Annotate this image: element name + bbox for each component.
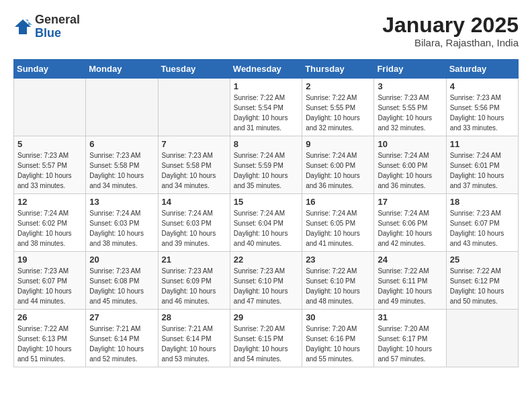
day-info: Sunrise: 7:24 AMSunset: 6:04 PMDaylight:… [234,208,298,248]
day-number: 17 [378,197,442,207]
calendar-day-cell: 29Sunrise: 7:20 AMSunset: 6:15 PMDayligh… [230,310,302,367]
day-number: 10 [378,139,442,149]
day-info: Sunrise: 7:20 AMSunset: 6:17 PMDaylight:… [378,324,442,364]
weekday-header-tuesday: Tuesday [158,60,230,79]
day-number: 5 [17,139,82,149]
calendar-day-cell: 30Sunrise: 7:20 AMSunset: 6:16 PMDayligh… [302,310,374,367]
calendar-day-cell: 3Sunrise: 7:23 AMSunset: 5:55 PMDaylight… [374,79,446,136]
logo-general-text: General [35,13,80,27]
weekday-header-monday: Monday [86,60,158,79]
calendar-day-cell: 28Sunrise: 7:21 AMSunset: 6:14 PMDayligh… [158,310,230,367]
day-number: 8 [234,139,298,149]
calendar-day-cell: 1Sunrise: 7:22 AMSunset: 5:54 PMDaylight… [230,79,302,136]
day-number: 15 [234,197,298,207]
day-number: 30 [306,312,370,322]
day-info: Sunrise: 7:24 AMSunset: 6:03 PMDaylight:… [162,208,226,248]
calendar-week-row: 5Sunrise: 7:23 AMSunset: 5:57 PMDaylight… [14,136,519,194]
day-number: 24 [378,255,442,265]
day-info: Sunrise: 7:23 AMSunset: 5:58 PMDaylight:… [89,150,154,191]
day-number: 2 [306,81,370,91]
day-number: 27 [89,312,154,322]
calendar-header-row: SundayMondayTuesdayWednesdayThursdayFrid… [14,60,519,79]
weekday-header-thursday: Thursday [302,60,374,79]
calendar-day-cell: 31Sunrise: 7:20 AMSunset: 6:17 PMDayligh… [374,310,446,367]
calendar-table: SundayMondayTuesdayWednesdayThursdayFrid… [13,59,519,367]
day-info: Sunrise: 7:22 AMSunset: 6:10 PMDaylight:… [306,266,370,306]
day-info: Sunrise: 7:23 AMSunset: 6:10 PMDaylight:… [234,266,298,306]
day-number: 29 [234,312,298,322]
calendar-day-cell: 8Sunrise: 7:24 AMSunset: 5:59 PMDaylight… [230,136,302,194]
calendar-empty-cell [158,79,230,136]
weekday-header-friday: Friday [374,60,446,79]
day-info: Sunrise: 7:22 AMSunset: 6:11 PMDaylight:… [378,266,442,306]
calendar-day-cell: 12Sunrise: 7:24 AMSunset: 6:02 PMDayligh… [14,194,86,252]
calendar-day-cell: 25Sunrise: 7:22 AMSunset: 6:12 PMDayligh… [446,252,518,310]
calendar-day-cell: 10Sunrise: 7:24 AMSunset: 6:00 PMDayligh… [374,136,446,194]
calendar-day-cell: 16Sunrise: 7:24 AMSunset: 6:05 PMDayligh… [302,194,374,252]
weekday-header-saturday: Saturday [446,60,518,79]
calendar-empty-cell [14,79,86,136]
day-info: Sunrise: 7:24 AMSunset: 6:02 PMDaylight:… [17,208,82,248]
day-number: 6 [89,139,154,149]
day-info: Sunrise: 7:24 AMSunset: 6:06 PMDaylight:… [378,208,442,248]
day-number: 22 [234,255,298,265]
day-info: Sunrise: 7:24 AMSunset: 6:00 PMDaylight:… [306,150,370,191]
calendar-day-cell: 4Sunrise: 7:23 AMSunset: 5:56 PMDaylight… [446,79,518,136]
day-info: Sunrise: 7:22 AMSunset: 5:54 PMDaylight:… [234,93,298,133]
day-number: 14 [162,197,226,207]
day-number: 9 [306,139,370,149]
day-number: 16 [306,197,370,207]
day-info: Sunrise: 7:20 AMSunset: 6:15 PMDaylight:… [234,324,298,364]
calendar-day-cell: 22Sunrise: 7:23 AMSunset: 6:10 PMDayligh… [230,252,302,310]
day-number: 31 [378,312,442,322]
logo-blue-text: Blue [35,27,80,40]
day-number: 18 [450,197,515,207]
calendar-day-cell: 14Sunrise: 7:24 AMSunset: 6:03 PMDayligh… [158,194,230,252]
day-info: Sunrise: 7:23 AMSunset: 6:08 PMDaylight:… [89,266,154,306]
day-info: Sunrise: 7:24 AMSunset: 6:00 PMDaylight:… [378,150,442,191]
day-number: 21 [162,255,226,265]
svg-marker-0 [15,19,31,34]
weekday-header-wednesday: Wednesday [230,60,302,79]
day-info: Sunrise: 7:23 AMSunset: 6:07 PMDaylight:… [450,208,515,248]
calendar-day-cell: 20Sunrise: 7:23 AMSunset: 6:08 PMDayligh… [86,252,158,310]
day-number: 3 [378,81,442,91]
day-info: Sunrise: 7:23 AMSunset: 5:58 PMDaylight:… [162,150,226,191]
weekday-header-sunday: Sunday [14,60,86,79]
calendar-week-row: 1Sunrise: 7:22 AMSunset: 5:54 PMDaylight… [14,79,519,136]
day-number: 13 [89,197,154,207]
day-info: Sunrise: 7:22 AMSunset: 5:55 PMDaylight:… [306,93,370,133]
month-title: January 2025 [382,13,519,37]
calendar-day-cell: 27Sunrise: 7:21 AMSunset: 6:14 PMDayligh… [86,310,158,367]
day-info: Sunrise: 7:21 AMSunset: 6:14 PMDaylight:… [162,324,226,364]
day-number: 7 [162,139,226,149]
calendar-day-cell: 23Sunrise: 7:22 AMSunset: 6:10 PMDayligh… [302,252,374,310]
logo-icon [13,17,32,36]
calendar-day-cell: 7Sunrise: 7:23 AMSunset: 5:58 PMDaylight… [158,136,230,194]
page-header: General Blue January 2025 Bilara, Rajast… [13,13,519,48]
calendar-week-row: 19Sunrise: 7:23 AMSunset: 6:07 PMDayligh… [14,252,519,310]
day-info: Sunrise: 7:22 AMSunset: 6:12 PMDaylight:… [450,266,515,306]
day-number: 1 [234,81,298,91]
calendar-day-cell: 2Sunrise: 7:22 AMSunset: 5:55 PMDaylight… [302,79,374,136]
calendar-day-cell: 13Sunrise: 7:24 AMSunset: 6:03 PMDayligh… [86,194,158,252]
calendar-day-cell: 9Sunrise: 7:24 AMSunset: 6:00 PMDaylight… [302,136,374,194]
day-number: 26 [17,312,82,322]
day-number: 23 [306,255,370,265]
day-info: Sunrise: 7:20 AMSunset: 6:16 PMDaylight:… [306,324,370,364]
day-number: 12 [17,197,82,207]
day-info: Sunrise: 7:21 AMSunset: 6:14 PMDaylight:… [89,324,154,364]
calendar-day-cell: 26Sunrise: 7:22 AMSunset: 6:13 PMDayligh… [14,310,86,367]
day-info: Sunrise: 7:24 AMSunset: 5:59 PMDaylight:… [234,150,298,191]
day-info: Sunrise: 7:23 AMSunset: 6:07 PMDaylight:… [17,266,82,306]
day-info: Sunrise: 7:24 AMSunset: 6:03 PMDaylight:… [89,208,154,248]
day-number: 11 [450,139,515,149]
calendar-empty-cell [446,310,518,367]
day-info: Sunrise: 7:24 AMSunset: 6:05 PMDaylight:… [306,208,370,248]
calendar-day-cell: 11Sunrise: 7:24 AMSunset: 6:01 PMDayligh… [446,136,518,194]
location-subtitle: Bilara, Rajasthan, India [382,37,519,48]
day-info: Sunrise: 7:23 AMSunset: 5:56 PMDaylight:… [450,93,515,133]
day-number: 28 [162,312,226,322]
logo-text: General Blue [35,13,80,40]
day-info: Sunrise: 7:24 AMSunset: 6:01 PMDaylight:… [450,150,515,191]
